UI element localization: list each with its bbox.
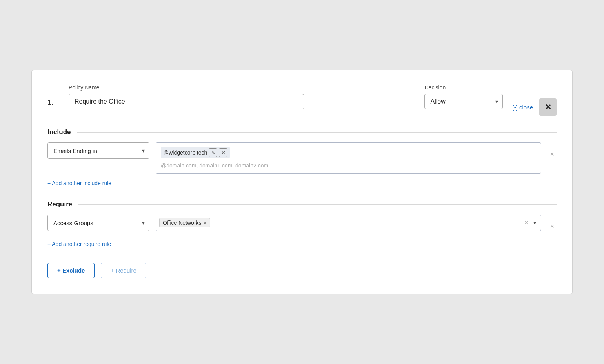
close-x-icon: ✕ xyxy=(545,102,551,112)
header-row: 1. Policy Name Decision Allow Block Bypa… xyxy=(47,84,557,116)
include-section-header: Include xyxy=(47,128,557,136)
require-row-remove-button[interactable]: × xyxy=(548,218,557,235)
office-networks-tag-close-button[interactable]: × xyxy=(204,220,207,226)
policy-name-input[interactable] xyxy=(69,94,304,109)
require-rule-type-select[interactable]: Access Groups Country IP Range Emails En… xyxy=(47,215,149,231)
require-divider xyxy=(78,204,557,205)
require-remove-icon: × xyxy=(550,222,554,230)
multiselect-clear-icon: × xyxy=(524,219,528,226)
include-rule-row: Emails Ending in Everyone Country IP Ran… xyxy=(47,142,557,174)
require-rule-type-wrapper: Access Groups Country IP Range Emails En… xyxy=(47,215,149,231)
include-divider xyxy=(77,132,557,133)
require-section: Require Access Groups Country IP Range E… xyxy=(47,200,557,250)
bottom-actions: + Exclude + Require xyxy=(47,263,557,278)
add-include-rule-link[interactable]: + Add another include rule xyxy=(47,180,111,186)
require-title: Require xyxy=(47,200,72,208)
email-placeholder: @domain.com, domain1.com, domain2.com... xyxy=(161,162,536,169)
tag-edit-button[interactable]: ✎ xyxy=(209,148,217,157)
close-group: [-] close ✕ xyxy=(512,84,557,116)
multiselect-actions: × ▾ xyxy=(524,218,538,227)
decision-select-wrapper: Allow Block Bypass ▾ xyxy=(424,94,503,109)
edit-pencil-icon: ✎ xyxy=(211,150,215,155)
policy-name-label: Policy Name xyxy=(69,84,415,91)
require-button[interactable]: + Require xyxy=(101,263,146,278)
email-tag-value: @widgetcorp.tech xyxy=(163,149,207,156)
require-section-header: Require xyxy=(47,200,557,208)
close-link[interactable]: [-] close xyxy=(512,104,533,111)
policy-number: 1. xyxy=(47,84,59,107)
exclude-button[interactable]: + Exclude xyxy=(47,263,95,278)
email-tag: @widgetcorp.tech ✎ ✕ xyxy=(161,147,230,158)
tag-close-icon: ✕ xyxy=(221,150,226,156)
office-networks-close-icon: × xyxy=(204,220,207,226)
multiselect-clear-button[interactable]: × xyxy=(524,218,529,227)
multiselect-dropdown-arrow-icon: ▾ xyxy=(533,220,536,226)
include-remove-icon: × xyxy=(550,150,554,158)
include-section: Include Emails Ending in Everyone Countr… xyxy=(47,128,557,189)
decision-group: Decision Allow Block Bypass ▾ xyxy=(424,84,503,109)
office-networks-tag: Office Networks × xyxy=(159,218,210,228)
decision-label: Decision xyxy=(424,84,503,91)
tag-close-button[interactable]: ✕ xyxy=(219,148,227,157)
policy-card: 1. Policy Name Decision Allow Block Bypa… xyxy=(31,70,573,294)
add-require-rule-link[interactable]: + Add another require rule xyxy=(47,241,111,247)
include-rule-value-area[interactable]: @widgetcorp.tech ✎ ✕ @domain.com, domain… xyxy=(156,142,541,174)
require-rule-row: Access Groups Country IP Range Emails En… xyxy=(47,215,557,235)
include-rule-type-select[interactable]: Emails Ending in Everyone Country IP Ran… xyxy=(47,142,149,159)
include-title: Include xyxy=(47,128,71,136)
email-tag-row: @widgetcorp.tech ✎ ✕ xyxy=(161,147,536,158)
multiselect-dropdown-button[interactable]: ▾ xyxy=(532,219,538,227)
require-multiselect[interactable]: Office Networks × × ▾ xyxy=(156,215,541,231)
decision-select[interactable]: Allow Block Bypass xyxy=(424,94,503,109)
include-rule-type-wrapper: Emails Ending in Everyone Country IP Ran… xyxy=(47,142,149,159)
include-row-remove-button[interactable]: × xyxy=(548,146,557,162)
policy-name-group: Policy Name xyxy=(69,84,415,109)
office-networks-tag-value: Office Networks xyxy=(163,220,202,226)
close-x-button[interactable]: ✕ xyxy=(539,98,557,116)
